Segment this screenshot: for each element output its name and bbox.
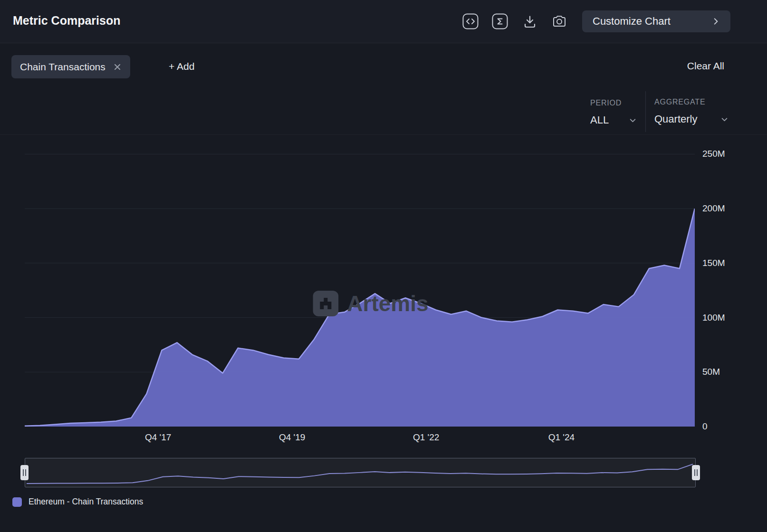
- y-axis-label: 50M: [702, 367, 745, 377]
- page-title: Metric Comparison: [13, 14, 120, 28]
- formula-button[interactable]: [491, 13, 508, 30]
- controls-divider: [645, 91, 646, 132]
- legend-swatch: [12, 497, 22, 507]
- period-value: ALL: [590, 114, 609, 126]
- chevron-down-icon: [720, 115, 729, 124]
- aggregate-dropdown[interactable]: Quarterly: [654, 113, 729, 125]
- brush-handle-right[interactable]: [692, 465, 700, 480]
- camera-icon: [551, 13, 567, 29]
- area-chart: [25, 138, 695, 427]
- chevron-right-icon: [711, 17, 720, 26]
- aggregate-value: Quarterly: [654, 113, 697, 125]
- close-icon[interactable]: [113, 63, 122, 71]
- x-axis-label: Q1 '22: [413, 432, 439, 443]
- customize-chart-label: Customize Chart: [593, 15, 671, 28]
- brush-mini-chart: [27, 460, 693, 485]
- y-axis-label: 150M: [702, 258, 745, 268]
- code-icon: [462, 13, 479, 29]
- screenshot-button[interactable]: [551, 13, 568, 30]
- y-axis-label: 0: [702, 421, 745, 432]
- time-range-brush[interactable]: [25, 458, 696, 487]
- chevron-down-icon: [629, 116, 637, 124]
- y-axis-label: 100M: [702, 313, 745, 323]
- y-axis-label: 200M: [702, 203, 745, 214]
- x-axis-label: Q1 '24: [548, 432, 575, 443]
- legend-item[interactable]: Ethereum - Chain Transactions: [12, 497, 143, 507]
- metric-comparison-app: Metric Comparison Customize Chart Chain …: [0, 0, 767, 532]
- x-axis-label: Q4 '17: [145, 432, 171, 443]
- metric-chip-label: Chain Transactions: [20, 61, 105, 73]
- aggregate-label: AGGREGATE: [654, 98, 705, 106]
- x-axis-label: Q4 '19: [279, 432, 305, 443]
- metric-chip[interactable]: Chain Transactions: [11, 55, 130, 78]
- y-axis-label: 250M: [702, 149, 745, 159]
- brush-handle-left[interactable]: [20, 465, 29, 480]
- embed-code-button[interactable]: [462, 13, 479, 30]
- clear-all-button[interactable]: Clear All: [687, 60, 724, 72]
- sigma-icon: [492, 13, 508, 29]
- add-metric-button[interactable]: + Add: [169, 61, 194, 72]
- period-label: PERIOD: [590, 99, 622, 107]
- download-button[interactable]: [521, 13, 538, 30]
- legend-label: Ethereum - Chain Transactions: [29, 497, 143, 507]
- download-icon: [522, 13, 538, 29]
- section-divider: [0, 134, 767, 135]
- period-dropdown[interactable]: ALL: [590, 114, 637, 126]
- header: Metric Comparison Customize Chart: [0, 0, 767, 43]
- customize-chart-button[interactable]: Customize Chart: [582, 10, 730, 32]
